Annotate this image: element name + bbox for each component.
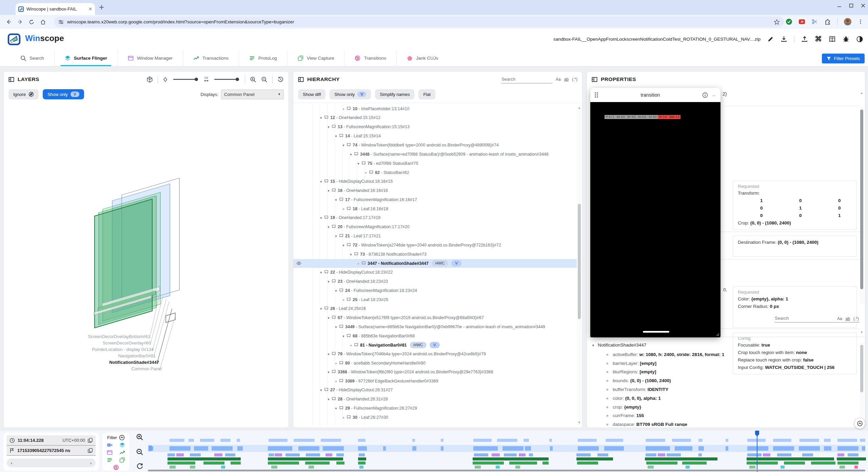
- edit-icon[interactable]: [767, 36, 774, 42]
- dark-mode-toggle-icon[interactable]: [856, 36, 863, 43]
- layers-3d-scene[interactable]: ScreenDecorOverlayBottom#61ScreenDecorOv…: [4, 107, 289, 428]
- zoom-in-icon[interactable]: [250, 76, 256, 83]
- property-item[interactable]: ●crop: {empty}: [592, 403, 859, 412]
- forward-icon[interactable]: [14, 16, 26, 28]
- ns-timestamp-value[interactable]: 1715339054227572545 ns: [17, 448, 70, 453]
- hierarchy-node-26[interactable]: ▼26 - Leaf:24:25#26: [293, 304, 577, 313]
- trace-filter-squares-icon[interactable]: [119, 457, 125, 463]
- expand-arrow-icon[interactable]: ▼: [333, 232, 339, 241]
- reset-view-history-icon[interactable]: [277, 76, 284, 83]
- expand-arrow-icon[interactable]: ▼: [341, 332, 346, 341]
- copy-time-icon[interactable]: [88, 438, 93, 443]
- timeline-cursor-head[interactable]: [755, 431, 759, 436]
- address-bar[interactable]: winscope.teams.x20web.corp.google.com/pr…: [54, 17, 784, 27]
- expand-arrow-icon[interactable]: ▼: [341, 241, 346, 250]
- tab-surface-flinger[interactable]: Surface Flinger: [54, 50, 117, 66]
- regex-icon[interactable]: (.*): [572, 77, 577, 82]
- browser-menu-kebab-icon[interactable]: [858, 19, 863, 24]
- hierarchy-node-72[interactable]: ▼72 - WindowToken{a2746de type=2040 andr…: [293, 241, 577, 250]
- hierarchy-node-16[interactable]: ▼16 - OneHanded:16:16#16: [293, 186, 577, 195]
- expand-arrow-icon[interactable]: ▼: [356, 159, 361, 168]
- tab-view-capture[interactable]: View Capture: [287, 50, 344, 66]
- trace-filter-window-icon[interactable]: [107, 450, 113, 455]
- expand-arrow-icon[interactable]: ▼: [348, 150, 354, 159]
- hierarchy-node-30[interactable]: ●30 - Leaf:26:27#30: [293, 413, 577, 422]
- hierarchy-node-82[interactable]: ●82 - StatusBar#82: [293, 168, 577, 177]
- property-item[interactable]: ●currFrame: 155: [592, 411, 859, 420]
- timeline-canvas[interactable]: [148, 431, 868, 472]
- bug-report-icon[interactable]: [843, 36, 849, 42]
- reload-icon[interactable]: [26, 16, 37, 28]
- tab-protolog[interactable]: ProtoLog: [239, 50, 287, 66]
- expand-arrow-icon[interactable]: ▼: [333, 132, 339, 141]
- resize-handle[interactable]: [715, 332, 719, 336]
- bookmark-star-icon[interactable]: [774, 19, 780, 25]
- collapse-panel-icon[interactable]: [298, 77, 304, 82]
- property-item[interactable]: ●dataspace: BT709 sRGB Full range: [592, 420, 859, 426]
- collapse-panel-icon[interactable]: [592, 77, 597, 82]
- expand-arrow-icon[interactable]: ▼: [326, 223, 331, 232]
- hierarchy-node-74[interactable]: ▼74 - WindowToken{fdddbe6 type=2000 andr…: [293, 141, 577, 150]
- displays-dropdown[interactable]: Common Panel▼: [221, 90, 284, 99]
- hierarchy-node-25[interactable]: ●25 - Leaf:18:23#25: [293, 295, 577, 304]
- hierarchy-node-19[interactable]: ▼19 - OneHanded:17:17#19: [293, 213, 577, 222]
- expand-arrow-icon[interactable]: ▼: [326, 395, 331, 404]
- hierarchy-node-17[interactable]: ▼17 - FullscreenMagnification:16:16#17: [293, 195, 577, 204]
- hierarchy-node-22[interactable]: ▼22 - HideDisplayCutout:18:23#22: [293, 268, 577, 277]
- hierarchy-node-3369[interactable]: ●3369 - 67726bf EdgeBackGestureHandler0#…: [293, 377, 577, 386]
- extension-b-icon[interactable]: [798, 18, 805, 25]
- hierarchy-node-15[interactable]: ▼15 - HideDisplayCutout:16:16#15: [293, 177, 577, 186]
- expand-arrow-icon[interactable]: ▼: [318, 114, 324, 122]
- hierarchy-node-27[interactable]: ▼27 - HideDisplayCutout:26:31#27: [293, 386, 577, 395]
- hierarchy-node-3448[interactable]: ▼3448 - Surface(name=ed70f88 StatusBar)/…: [293, 150, 577, 159]
- hierarchy-node-24[interactable]: ▼24 - FullscreenMagnification:18:23#24: [293, 286, 577, 295]
- trace-filter-chart-icon[interactable]: [119, 450, 125, 455]
- hierarchy-node-23[interactable]: ▼23 - OneHanded:18:23#23: [293, 277, 577, 286]
- collapse-panel-icon[interactable]: [8, 77, 14, 82]
- scissors-icon[interactable]: [811, 18, 818, 25]
- collapse-properties-button[interactable]: [854, 418, 865, 429]
- download-icon[interactable]: [781, 36, 787, 42]
- expand-arrow-icon[interactable]: ▼: [318, 304, 324, 313]
- expand-arrow-icon[interactable]: ▼: [326, 350, 331, 359]
- documentation-book-icon[interactable]: [829, 36, 836, 43]
- collapse-filter-icon[interactable]: [119, 435, 125, 440]
- timeline-zoom-out-icon[interactable]: [136, 448, 143, 456]
- expand-arrow-icon[interactable]: ▼: [326, 277, 331, 286]
- hierarchy-node-13[interactable]: ▼13 - FullscreenMagnification:15:15#13: [293, 122, 577, 132]
- window-close-icon[interactable]: [861, 3, 865, 8]
- next-entry-icon[interactable]: ›: [90, 460, 92, 466]
- hierarchy-node-18[interactable]: ●18 - Leaf:16:16#18: [293, 204, 577, 213]
- chip-show-only[interactable]: Show onlyV: [330, 89, 371, 99]
- hierarchy-node-29[interactable]: ▼29 - FullscreenMagnification:26:27#29: [293, 404, 577, 413]
- chip-show-diff[interactable]: Show diff: [298, 89, 326, 99]
- timeline-reset-icon[interactable]: [136, 463, 143, 470]
- match-word-icon[interactable]: ab: [846, 316, 850, 321]
- shortcuts-command-icon[interactable]: ⌘: [815, 35, 822, 43]
- browser-tab[interactable]: Winscope | sandbox-FAIL: [16, 3, 95, 15]
- trace-filter-camera-icon[interactable]: [107, 442, 113, 448]
- properties-tree-root[interactable]: ▼NotificationShade#3447: [592, 341, 859, 350]
- upload-icon[interactable]: [801, 36, 808, 42]
- search-match-tools[interactable]: Aaab(.*): [837, 316, 859, 321]
- property-item[interactable]: ●color: (0, 0, 0), alpha: 1: [592, 394, 859, 403]
- properties-tree-scrollbar[interactable]: [860, 343, 864, 417]
- tab-transitions[interactable]: Transitions: [344, 50, 396, 66]
- hierarchy-node-79[interactable]: ▼79 - WindowToken{7046b4a type=2024 andr…: [293, 350, 577, 359]
- ignore-chip[interactable]: Ignore: [8, 89, 39, 99]
- tab-jank-cujs[interactable]: Jank CUJs: [396, 50, 448, 66]
- expand-arrow-icon[interactable]: ▼: [348, 250, 354, 259]
- properties-tree[interactable]: ▼NotificationShade#3447●activeBuffer: w:…: [592, 341, 859, 426]
- hierarchy-node-75[interactable]: ▼75 - ed70f88 StatusBar#75: [293, 159, 577, 168]
- match-word-icon[interactable]: ab: [564, 77, 569, 82]
- expand-arrow-icon[interactable]: ▼: [333, 287, 339, 295]
- expand-arrow-icon[interactable]: ▼: [333, 404, 339, 413]
- expand-arrow-icon[interactable]: ▼: [318, 268, 324, 277]
- ns-time-field[interactable]: 1715339054227572545 ns: [7, 446, 96, 456]
- trace-filter-list-icon[interactable]: [107, 457, 113, 463]
- human-time-field[interactable]: 11:04:14.228 UTC+00:00: [7, 435, 96, 446]
- hierarchy-node-80[interactable]: ●80 - ace6abb SecondaryHomeHandle0#80: [293, 359, 577, 368]
- tab-window-manager[interactable]: Window Manager: [117, 50, 183, 66]
- drag-handle-icon[interactable]: [594, 92, 598, 98]
- property-item[interactable]: ●barrierLayer: [empty]: [592, 359, 859, 368]
